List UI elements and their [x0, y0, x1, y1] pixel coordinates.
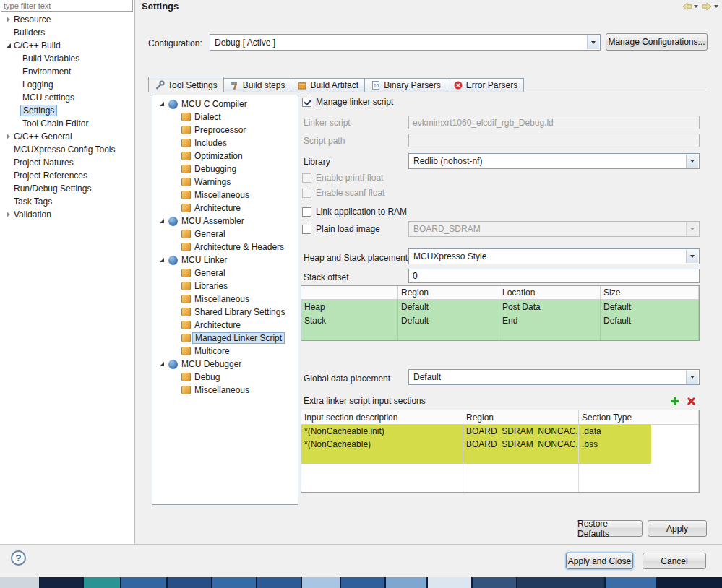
sidebar-item-run-debug-settings[interactable]: Run/Debug Settings	[0, 182, 134, 195]
sidebar-item-tool-chain-editor[interactable]: Tool Chain Editor	[0, 117, 134, 130]
dropdown-arrow-button[interactable]	[686, 371, 698, 384]
sidebar-item-builders[interactable]: Builders	[0, 26, 134, 39]
taskbar-item[interactable]	[84, 577, 120, 588]
table-row[interactable]: *(NonCacheable) BOARD_SDRAM_NONCAC... .b…	[301, 438, 699, 451]
sidebar-item-settings[interactable]: Settings	[0, 104, 134, 117]
configuration-combo[interactable]: Debug [ Active ]	[210, 34, 601, 51]
taskbar-item[interactable]	[302, 577, 340, 588]
compiler-icon	[168, 100, 178, 109]
tree-item-architecture[interactable]: Architecture	[152, 202, 298, 215]
sidebar-item-validation[interactable]: Validation	[0, 208, 134, 221]
plain-load-image-checkbox[interactable]	[302, 225, 311, 234]
manage-linker-script-checkbox[interactable]	[302, 98, 311, 107]
tree-item-debug[interactable]: Debug	[152, 371, 298, 384]
tool-option-icon	[181, 204, 191, 212]
tree-item-warnings[interactable]: Warnings	[152, 176, 298, 189]
restore-defaults-button[interactable]: Restore Defaults	[577, 520, 643, 537]
footer-divider	[0, 544, 722, 545]
link-application-to-ram-checkbox[interactable]	[302, 207, 311, 217]
table-row[interactable]: Heap Default Post Data Default	[301, 300, 699, 314]
taskbar-item[interactable]	[121, 577, 166, 588]
table-row[interactable]: Stack Default End Default	[301, 314, 699, 327]
table-row[interactable]: *(NonCacheable.init) BOARD_SDRAM_NONCAC.…	[301, 425, 699, 438]
taskbar-item[interactable]	[428, 577, 471, 588]
help-button[interactable]: ?	[11, 550, 26, 566]
tree-item-shared-library-settings[interactable]: Shared Library Settings	[152, 306, 298, 319]
dropdown-arrow-button[interactable]	[587, 35, 599, 49]
chevron-down-icon[interactable]	[694, 5, 698, 8]
tree-item-multicore[interactable]: Multicore	[152, 345, 298, 358]
chevron-down-icon[interactable]	[714, 5, 718, 8]
heap-stack-placement-combo[interactable]: MCUXpresso Style	[408, 248, 700, 264]
tree-item-dialect[interactable]: Dialect	[152, 111, 298, 124]
tree-item-miscellaneous[interactable]: Miscellaneous	[152, 384, 298, 397]
collapse-icon[interactable]	[3, 210, 14, 219]
tree-item-general[interactable]: General	[152, 228, 298, 241]
expand-icon[interactable]	[156, 256, 167, 264]
tree-item-architecture-headers[interactable]: Architecture & Headers	[152, 241, 298, 254]
taskbar-item[interactable]	[257, 577, 301, 588]
tree-item-general[interactable]: General	[152, 267, 298, 280]
expand-icon[interactable]	[3, 41, 14, 50]
add-section-icon[interactable]	[670, 397, 679, 406]
apply-and-close-button[interactable]: Apply and Close	[566, 553, 633, 569]
tab-build-artifact[interactable]: Build Artifact	[291, 78, 365, 92]
tree-group-mcu-c-compiler[interactable]: MCU C Compiler	[152, 98, 298, 111]
sidebar-item-project-natures[interactable]: Project Natures	[0, 156, 134, 169]
taskbar-item[interactable]	[473, 577, 516, 588]
tree-item-miscellaneous[interactable]: Miscellaneous	[152, 293, 298, 306]
tree-item-preprocessor[interactable]: Preprocessor	[152, 124, 298, 137]
tab-tool-settings[interactable]: Tool Settings	[148, 77, 224, 92]
filter-input[interactable]	[1, 0, 133, 12]
taskbar-item[interactable]	[606, 577, 656, 588]
sidebar-item-resource[interactable]: Resource	[0, 13, 134, 26]
sidebar-item-build-variables[interactable]: Build Variables	[0, 52, 134, 65]
sidebar-item-cpp-build[interactable]: C/C++ Build	[0, 39, 134, 52]
expand-icon[interactable]	[156, 217, 167, 225]
sidebar-item-cpp-general[interactable]: C/C++ General	[0, 130, 134, 143]
sidebar-item-mcuxpresso-config-tools[interactable]: MCUXpresso Config Tools	[0, 143, 134, 156]
collapse-icon[interactable]	[3, 132, 14, 141]
taskbar-item[interactable]	[341, 577, 384, 588]
delete-section-icon[interactable]	[687, 397, 695, 406]
stack-offset-field[interactable]: 0	[408, 269, 700, 283]
tool-settings-tree: MCU C Compiler Dialect Preprocessor Incl…	[152, 95, 298, 505]
sidebar-item-task-tags[interactable]: Task Tags	[0, 195, 134, 208]
tree-item-includes[interactable]: Includes	[152, 137, 298, 150]
apply-button[interactable]: Apply	[648, 520, 707, 537]
cancel-button[interactable]: Cancel	[643, 553, 706, 569]
forward-arrow-icon[interactable]	[701, 2, 713, 11]
library-combo[interactable]: Redlib (nohost-nf)	[408, 153, 700, 169]
tree-group-mcu-debugger[interactable]: MCU Debugger	[152, 358, 298, 371]
collapse-icon[interactable]	[3, 15, 14, 24]
sidebar-item-mcu-settings[interactable]: MCU settings	[0, 91, 134, 104]
tree-item-architecture[interactable]: Architecture	[152, 319, 298, 332]
expand-icon[interactable]	[156, 100, 167, 108]
tab-error-parsers[interactable]: Error Parsers	[447, 78, 524, 92]
dropdown-arrow-button[interactable]	[686, 250, 698, 263]
taskbar-item[interactable]	[212, 577, 256, 588]
taskbar-item[interactable]	[517, 577, 604, 588]
sidebar-item-project-references[interactable]: Project References	[0, 169, 134, 182]
tree-group-mcu-assembler[interactable]: MCU Assembler	[152, 215, 298, 228]
dropdown-arrow-button[interactable]	[686, 155, 698, 168]
tree-item-libraries[interactable]: Libraries	[152, 280, 298, 293]
global-data-placement-combo[interactable]: Default	[408, 369, 700, 385]
taskbar-item[interactable]	[40, 577, 82, 588]
tree-item-optimization[interactable]: Optimization	[152, 150, 298, 163]
tree-item-debugging[interactable]: Debugging	[152, 163, 298, 176]
expand-icon[interactable]	[156, 360, 167, 368]
taskbar-item[interactable]	[0, 577, 39, 588]
taskbar-item[interactable]	[386, 577, 426, 588]
tab-binary-parsers[interactable]: 10 Binary Parsers	[365, 78, 447, 92]
taskbar-item[interactable]	[168, 577, 211, 588]
sidebar-item-environment[interactable]: Environment	[0, 65, 134, 78]
back-arrow-icon[interactable]	[681, 2, 693, 11]
manage-configurations-button[interactable]: Manage Configurations...	[606, 33, 708, 51]
tree-item-miscellaneous[interactable]: Miscellaneous	[152, 189, 298, 202]
library-label: Library	[304, 157, 330, 167]
sidebar-item-logging[interactable]: Logging	[0, 78, 134, 91]
tab-build-steps[interactable]: Build steps	[224, 78, 292, 92]
tree-group-mcu-linker[interactable]: MCU Linker	[152, 254, 298, 267]
tree-item-managed-linker-script[interactable]: Managed Linker Script	[152, 332, 298, 345]
